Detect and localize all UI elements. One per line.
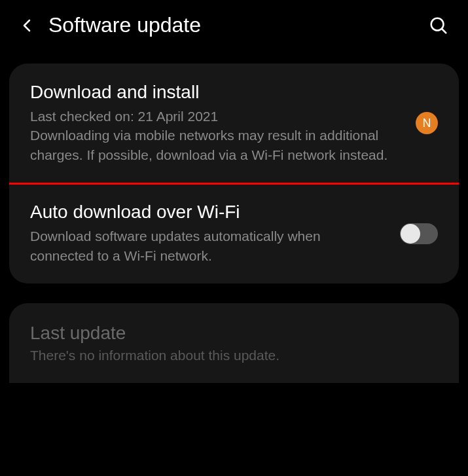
auto-download-desc: Download software updates automatically …	[30, 227, 387, 265]
last-update-title: Last update	[30, 323, 438, 344]
auto-download-title: Auto download over Wi-Fi	[30, 202, 387, 223]
update-options-card: Download and install Last checked on: 21…	[9, 64, 459, 284]
last-update-desc: There's no information about this update…	[30, 348, 438, 363]
download-install-item[interactable]: Download and install Last checked on: 21…	[9, 64, 459, 183]
last-update-card[interactable]: Last update There's no information about…	[9, 303, 459, 383]
header: Software update	[0, 0, 468, 50]
auto-download-item[interactable]: Auto download over Wi-Fi Download softwa…	[9, 183, 459, 284]
page-title: Software update	[48, 13, 416, 37]
download-install-desc: Last checked on: 21 April 2021 Downloadi…	[30, 107, 403, 164]
back-icon[interactable]	[20, 18, 35, 33]
auto-download-content: Auto download over Wi-Fi Download softwa…	[30, 202, 387, 265]
download-install-content: Download and install Last checked on: 21…	[30, 82, 403, 164]
toggle-knob	[401, 224, 420, 244]
svg-line-1	[442, 29, 446, 33]
search-icon[interactable]	[429, 16, 448, 35]
auto-download-toggle[interactable]	[400, 223, 438, 244]
notification-badge: N	[416, 112, 438, 134]
download-install-title: Download and install	[30, 82, 403, 103]
highlight-box: Download and install Last checked on: 21…	[9, 64, 459, 185]
